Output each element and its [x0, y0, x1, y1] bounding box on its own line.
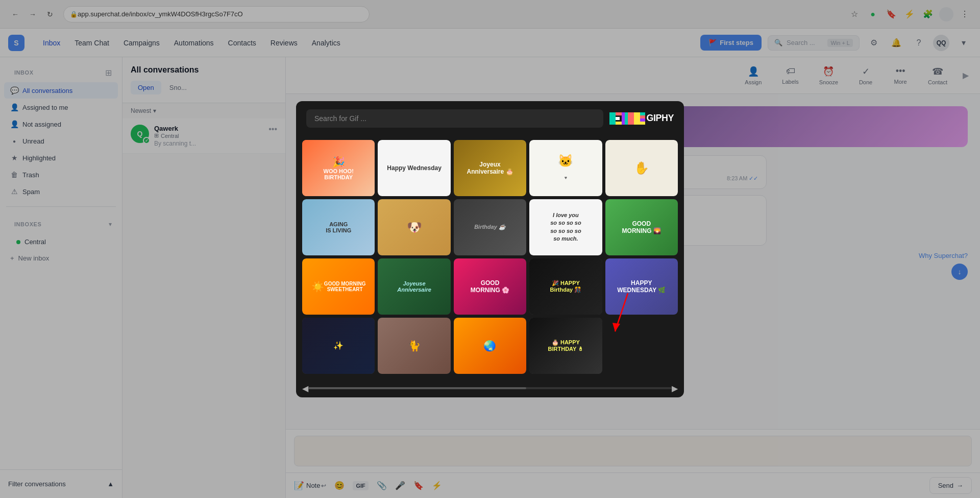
svg-rect-11: [640, 118, 645, 122]
gif-item-4[interactable]: 🐱♥: [529, 140, 602, 196]
svg-rect-9: [640, 112, 645, 115]
gif-item-8[interactable]: Birthday ☕: [454, 199, 526, 255]
gif-item-16[interactable]: ✨: [302, 318, 375, 374]
svg-rect-7: [634, 112, 640, 118]
gif-item-19[interactable]: 🎂 HAPPYBIRTHDAY 🕯: [529, 318, 602, 374]
svg-rect-0: [609, 112, 616, 125]
gif-item-18[interactable]: 🌏: [454, 318, 526, 374]
svg-rect-10: [640, 115, 645, 118]
gif-item-12[interactable]: JoyeuseAnniversaire: [378, 258, 450, 315]
red-arrow-indicator: [612, 293, 643, 336]
gif-modal: GIPHY 🎉 WOO HOO!BIRTHDAY Happy Wednesday: [296, 101, 684, 397]
svg-rect-8: [634, 118, 640, 125]
giphy-text: GIPHY: [646, 113, 674, 124]
svg-rect-2: [616, 122, 622, 125]
gif-item-10[interactable]: GOODMORNING 🌄: [605, 199, 678, 255]
gif-item-9[interactable]: I love youso so so soso so so soso much.: [529, 199, 602, 255]
scroll-right-icon[interactable]: ▶: [672, 384, 678, 393]
svg-rect-3: [616, 117, 620, 120]
gif-item-1[interactable]: 🎉 WOO HOO!BIRTHDAY: [302, 140, 375, 196]
gif-item-7[interactable]: 🐶: [378, 199, 450, 255]
gif-item-6[interactable]: AGINGIS LIVING: [302, 199, 375, 255]
gif-grid: 🎉 WOO HOO!BIRTHDAY Happy Wednesday Joyeu…: [296, 136, 684, 380]
gif-scrollbar-thumb: [308, 387, 526, 389]
scroll-left-icon[interactable]: ◀: [302, 384, 308, 393]
gif-item-17[interactable]: 🐈: [378, 318, 450, 374]
gif-modal-header: GIPHY: [296, 101, 684, 136]
gif-item-5[interactable]: ✋: [605, 140, 678, 196]
gif-search-input[interactable]: [306, 109, 603, 128]
svg-marker-14: [612, 323, 620, 331]
giphy-logo-svg: [609, 112, 645, 125]
svg-rect-4: [622, 112, 625, 125]
gif-scrollbar[interactable]: [308, 387, 672, 389]
svg-rect-6: [628, 112, 634, 125]
gif-item-11[interactable]: ☀️ GOOD MORNINGSWEETHEART: [302, 258, 375, 315]
svg-rect-1: [616, 112, 622, 115]
gif-item-2[interactable]: Happy Wednesday: [378, 140, 450, 196]
giphy-logo: GIPHY: [609, 112, 674, 125]
gif-bottom-bar: ◀ ▶: [296, 380, 684, 397]
modal-overlay[interactable]: GIPHY 🎉 WOO HOO!BIRTHDAY Happy Wednesday: [0, 0, 980, 498]
gif-item-14[interactable]: 🎉 HAPPYBirthday 🎊: [529, 258, 602, 315]
svg-rect-5: [625, 112, 628, 125]
gif-item-13[interactable]: GOODMORNING 🌸: [454, 258, 526, 315]
gif-item-3[interactable]: JoyeuxAnniversaire 🎂: [454, 140, 526, 196]
svg-rect-12: [640, 122, 645, 125]
